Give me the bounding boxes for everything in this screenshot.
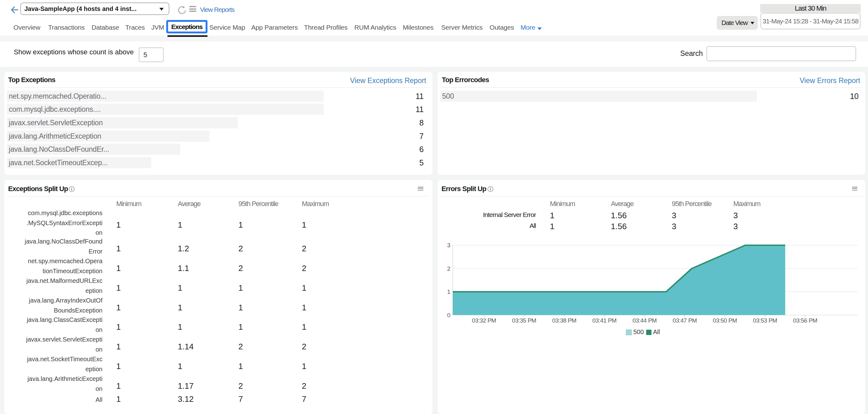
svg-text:03:44 PM: 03:44 PM (632, 317, 656, 324)
svg-text:2: 2 (447, 265, 450, 272)
svg-text:All: All (653, 329, 660, 335)
svg-text:03:53 PM: 03:53 PM (753, 317, 777, 324)
svg-text:500: 500 (633, 329, 644, 335)
svg-text:03:41 PM: 03:41 PM (592, 317, 617, 324)
svg-text:3: 3 (447, 242, 450, 248)
svg-text:03:56 PM: 03:56 PM (793, 317, 817, 324)
svg-text:1: 1 (447, 288, 450, 295)
svg-text:03:38 PM: 03:38 PM (552, 317, 576, 324)
svg-text:03:32 PM: 03:32 PM (472, 317, 496, 324)
svg-text:03:50 PM: 03:50 PM (713, 317, 737, 324)
svg-text:03:35 PM: 03:35 PM (512, 317, 536, 324)
svg-text:03:47 PM: 03:47 PM (673, 317, 697, 324)
svg-text:0: 0 (447, 312, 450, 318)
